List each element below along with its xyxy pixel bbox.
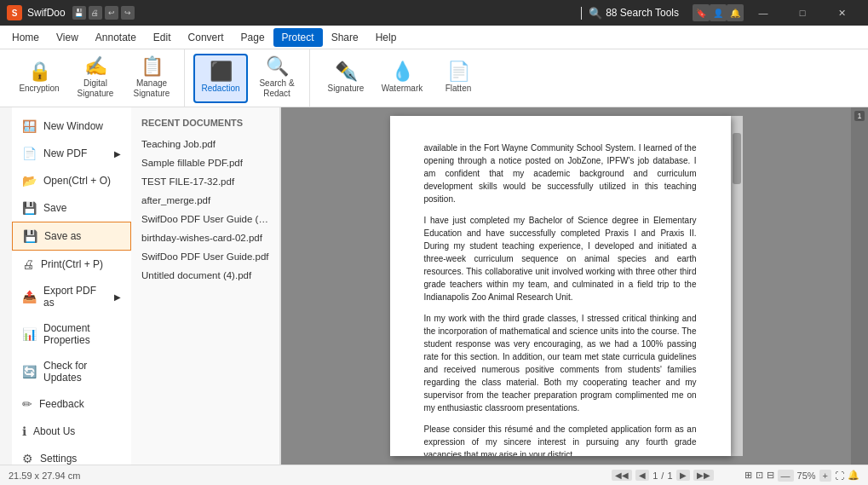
list-item[interactable]: SwifDoo PDF User Guide.pdf bbox=[131, 247, 279, 266]
sidebar-content: 🪟 New Window 📄 New PDF ▶ 📂 Open(Ctrl + O… bbox=[12, 107, 280, 465]
bookmark-icon[interactable]: 🔖 bbox=[693, 4, 710, 21]
arrow-icon: ▶ bbox=[114, 292, 121, 302]
current-page: 1 bbox=[652, 471, 658, 481]
menu-share[interactable]: Share bbox=[323, 28, 367, 47]
next-page-button[interactable]: ▶ bbox=[676, 470, 690, 481]
menubar: Home View Annotate Edit Convert Page Pro… bbox=[0, 26, 868, 49]
pdf-paragraph-4: Please consider this résumé and the comp… bbox=[424, 423, 697, 456]
sidebar-item-label: Save as bbox=[44, 230, 81, 242]
main-area: 🪟 New Window 📄 New PDF ▶ 📂 Open(Ctrl + O… bbox=[0, 107, 868, 465]
redaction-label: Redaction bbox=[201, 84, 239, 94]
list-item[interactable]: Sample fillable PDF.pdf bbox=[131, 153, 279, 172]
sidebar-item-new-window[interactable]: 🪟 New Window bbox=[12, 113, 131, 140]
sidebar-item-print[interactable]: 🖨 Print(Ctrl + P) bbox=[12, 251, 131, 278]
pdf-page[interactable]: available in the Fort Wayne Community Sc… bbox=[281, 107, 851, 465]
prev-page-button[interactable]: ◀ bbox=[635, 470, 649, 481]
statusbar: 21.59 x 27.94 cm ◀◀ ◀ 1 / 1 ▶ ▶▶ ⊞ ⊡ ⊟ —… bbox=[0, 465, 868, 485]
zoom-in-button[interactable]: + bbox=[819, 470, 831, 482]
sidebar-item-save-as[interactable]: 💾 Save as bbox=[12, 222, 131, 251]
digital-signature-button[interactable]: ✍️ Digital Signature bbox=[68, 54, 123, 103]
last-page-button[interactable]: ▶▶ bbox=[693, 470, 714, 481]
titlebar: S SwifDoo 💾 🖨 ↩ ↪ 🔍 88 Search Tools 🔖 👤 … bbox=[0, 0, 868, 26]
bell-icon[interactable]: 🔔 bbox=[727, 4, 744, 21]
new-window-icon: 🪟 bbox=[22, 119, 37, 133]
redo-icon[interactable]: ↪ bbox=[121, 6, 135, 20]
sidebar-item-label: Open(Ctrl + O) bbox=[43, 175, 111, 187]
sidebar-item-label: Export PDF as bbox=[43, 285, 107, 309]
save-icon[interactable]: 💾 bbox=[72, 6, 86, 20]
redaction-button[interactable]: ⬛ Redaction bbox=[193, 54, 248, 103]
flatten-icon: 📄 bbox=[447, 62, 470, 81]
user-icon[interactable]: 👤 bbox=[710, 4, 727, 21]
zoom-out-button[interactable]: — bbox=[778, 470, 794, 482]
app-name: SwifDoo bbox=[27, 7, 66, 19]
first-page-button[interactable]: ◀◀ bbox=[612, 470, 632, 481]
sidebar-item-label: Settings bbox=[40, 453, 77, 465]
menu-view[interactable]: View bbox=[48, 28, 87, 47]
menu-protect[interactable]: Protect bbox=[273, 28, 323, 47]
save-icon: 💾 bbox=[22, 201, 37, 215]
menu-home[interactable]: Home bbox=[3, 28, 48, 47]
fullscreen-icon[interactable]: ⛶ bbox=[835, 471, 844, 481]
vertical-scrollbar[interactable] bbox=[731, 116, 743, 456]
print-icon[interactable]: 🖨 bbox=[89, 6, 102, 20]
sidebar-item-label: About Us bbox=[33, 425, 75, 437]
watermark-icon: 💧 bbox=[391, 62, 414, 81]
signature-button[interactable]: ✒️ Signature bbox=[319, 54, 373, 103]
pdf-paragraph-2: I have just completed my Bachelor of Sci… bbox=[424, 214, 697, 303]
sidebar-item-export[interactable]: 📤 Export PDF as ▶ bbox=[12, 278, 131, 315]
sidebar-menu: 🪟 New Window 📄 New PDF ▶ 📂 Open(Ctrl + O… bbox=[0, 107, 281, 465]
manage-signature-icon: 📋 bbox=[141, 57, 164, 76]
scroll-thumb[interactable] bbox=[733, 133, 741, 184]
pdf-document: available in the Fort Wayne Community Sc… bbox=[390, 116, 731, 456]
zoom-options-icon[interactable]: ⊟ bbox=[767, 470, 774, 481]
sidebar-item-open[interactable]: 📂 Open(Ctrl + O) bbox=[12, 167, 131, 194]
watermark-label: Watermark bbox=[382, 84, 423, 94]
maximize-button[interactable]: □ bbox=[783, 0, 822, 26]
app-logo: S bbox=[7, 5, 22, 20]
encryption-button[interactable]: 🔒 Encryption bbox=[12, 54, 66, 103]
doc-props-icon: 📊 bbox=[22, 327, 37, 341]
sidebar-left-rail bbox=[0, 107, 12, 465]
menu-help[interactable]: Help bbox=[367, 28, 405, 47]
save-as-icon: 💾 bbox=[23, 229, 37, 243]
list-item[interactable]: Teaching Job.pdf bbox=[131, 135, 279, 153]
menu-annotate[interactable]: Annotate bbox=[87, 28, 145, 47]
notification-icon[interactable]: 🔔 bbox=[848, 470, 859, 481]
flatten-button[interactable]: 📄 Flatten bbox=[431, 54, 486, 103]
menu-convert[interactable]: Convert bbox=[180, 28, 233, 47]
list-item[interactable]: birthday-wishes-card-02.pdf bbox=[131, 228, 279, 247]
list-item[interactable]: Untitled document (4).pdf bbox=[131, 266, 279, 285]
open-icon: 📂 bbox=[22, 174, 37, 188]
menu-edit[interactable]: Edit bbox=[145, 28, 180, 47]
fit-icon[interactable]: ⊞ bbox=[744, 470, 752, 481]
list-item[interactable]: SwifDoo PDF User Guide (Final Version... bbox=[131, 210, 279, 228]
search-tools[interactable]: 🔍 88 Search Tools bbox=[581, 7, 686, 20]
sidebar-item-about[interactable]: ℹ About Us bbox=[12, 418, 131, 445]
sidebar-item-doc-props[interactable]: 📊 Document Properties bbox=[12, 315, 131, 353]
manage-signature-button[interactable]: 📋 Manage Signature bbox=[124, 54, 179, 103]
sidebar-item-save[interactable]: 💾 Save bbox=[12, 194, 131, 222]
new-pdf-icon: 📄 bbox=[22, 147, 37, 160]
toolbar-group-1: 🔒 Encryption ✍️ Digital Signature 📋 Mana… bbox=[7, 49, 185, 107]
minimize-button[interactable]: — bbox=[744, 0, 783, 26]
sidebar-item-feedback[interactable]: ✏ Feedback bbox=[12, 390, 131, 418]
close-button[interactable]: ✕ bbox=[822, 0, 861, 26]
toolbar: 🔒 Encryption ✍️ Digital Signature 📋 Mana… bbox=[0, 49, 868, 107]
dimensions-label: 21.59 x 27.94 cm bbox=[9, 471, 80, 481]
search-redact-button[interactable]: 🔍 Search & Redact bbox=[250, 54, 304, 103]
undo-icon[interactable]: ↩ bbox=[105, 6, 118, 20]
sidebar-item-new-pdf[interactable]: 📄 New PDF ▶ bbox=[12, 140, 131, 167]
sidebar-item-settings[interactable]: ⚙ Settings bbox=[12, 445, 131, 465]
recent-docs-header: Recent Documents bbox=[131, 114, 279, 135]
watermark-button[interactable]: 💧 Watermark bbox=[375, 54, 429, 103]
list-item[interactable]: after_merge.pdf bbox=[131, 191, 279, 210]
fit-page-icon[interactable]: ⊡ bbox=[756, 470, 763, 481]
list-item[interactable]: TEST FILE-17-32.pdf bbox=[131, 172, 279, 191]
page-separator: / bbox=[661, 471, 664, 481]
menu-page[interactable]: Page bbox=[233, 28, 273, 47]
export-icon: 📤 bbox=[22, 290, 37, 303]
sidebar-main-menu: 🪟 New Window 📄 New PDF ▶ 📂 Open(Ctrl + O… bbox=[12, 107, 131, 465]
sidebar-item-label: New Window bbox=[43, 120, 103, 132]
sidebar-item-check-updates[interactable]: 🔄 Check for Updates bbox=[12, 353, 131, 390]
